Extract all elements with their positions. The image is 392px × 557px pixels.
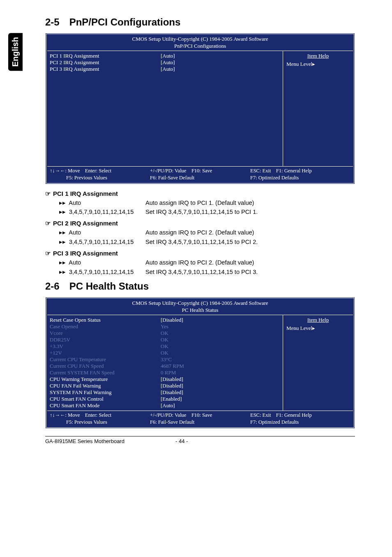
double-arrow-icon: ▸▸	[59, 259, 66, 266]
bios-subtitle: PC Health Status	[47, 307, 353, 314]
bios-setting-row[interactable]: Reset Case Open Status[Disabled]	[50, 317, 280, 323]
bios-setting-row[interactable]: SYSTEM FAN Fail Warning[Disabled]	[50, 389, 280, 396]
bios-setting-row[interactable]: DDR25VOK	[50, 337, 280, 343]
bios-setting-value: [Disabled]	[148, 376, 280, 383]
language-tab: English	[8, 33, 23, 71]
bios-setting-row[interactable]: Current CPU Temperature33°C	[50, 356, 280, 363]
bios-setting-value: OK	[148, 330, 280, 337]
bios-setting-value: [Auto]	[148, 402, 280, 409]
nav-esc: ESC: Exit	[250, 412, 271, 418]
bios-setting-row[interactable]: +12VOK	[50, 350, 280, 356]
bios-setting-row[interactable]: +3.3VOK	[50, 343, 280, 350]
bios-setting-value: Yes	[148, 323, 280, 330]
bios-setting-row[interactable]: Case OpenedYes	[50, 323, 280, 330]
bios-setting-row[interactable]: CPU FAN Fail Warning[Disabled]	[50, 383, 280, 389]
bios-setting-row[interactable]: VcoreOK	[50, 330, 280, 337]
bios-setting-label: PCI 2 IRQ Assignment	[50, 59, 148, 66]
option-heading: ☞PCI 3 IRQ Assignment	[45, 250, 355, 257]
option-row: ▸▸ 3,4,5,7,9,10,11,12,14,15Set IRQ 3,4,5…	[59, 267, 355, 276]
bios-setting-row[interactable]: CPU Smart FAN Mode[Auto]	[50, 402, 280, 409]
footer-product: GA-8I915ME Series Motherboard	[45, 438, 175, 444]
bios-help-pane: Item Help Menu Level▸	[283, 315, 353, 411]
hand-icon: ☞	[45, 250, 51, 257]
bios-setting-value: OK	[148, 343, 280, 350]
bios-subtitle: PnP/PCI Configurations	[47, 43, 353, 50]
option-heading-text: PCI 3 IRQ Assignment	[53, 250, 118, 257]
option-key: ▸▸ Auto	[59, 258, 145, 267]
hand-icon: ☞	[45, 190, 51, 197]
bios-setting-label: +12V	[50, 350, 148, 356]
bios-pnp-pci-box: CMOS Setup Utility-Copyright (C) 1984-20…	[45, 33, 355, 184]
double-arrow-icon: ▸▸	[59, 269, 66, 275]
footer-page-number: - 44 -	[175, 438, 225, 444]
bios-setting-label: PCI 3 IRQ Assignment	[50, 66, 148, 72]
double-arrow-icon: ▸▸	[59, 229, 66, 236]
bios-copyright: CMOS Setup Utility-Copyright (C) 1984-20…	[47, 300, 353, 307]
bios-setting-row[interactable]: CPU Smart FAN Control[Enabled]	[50, 396, 280, 402]
nav-f6: F6: Fail-Save Default	[150, 419, 250, 426]
bios-setting-value: OK	[148, 337, 280, 343]
option-description: Auto assign IRQ to PCI 2. (Default value…	[145, 228, 355, 237]
option-key: ▸▸ Auto	[59, 198, 145, 207]
bios-setting-label: Reset Case Open Status	[50, 317, 148, 323]
menu-level: Menu Level▸	[286, 325, 350, 332]
menu-arrow-icon: ▸	[312, 61, 315, 67]
bios-setting-row[interactable]: PCI 3 IRQ Assignment[Auto]	[50, 66, 280, 72]
option-row: ▸▸ 3,4,5,7,9,10,11,12,14,15Set IRQ 3,4,5…	[59, 207, 355, 216]
bios-setting-row[interactable]: Current CPU FAN Speed4687 RPM	[50, 363, 280, 369]
bios-setting-label: +3.3V	[50, 343, 148, 350]
bios-setting-row[interactable]: CPU Warning Temperature[Disabled]	[50, 376, 280, 383]
option-description: Set IRQ 3,4,5,7,9,10,11,12,14,15 to PCI …	[145, 237, 355, 246]
bios-footer: ↑↓→←: Move Enter: Select F5: Previous Va…	[47, 411, 353, 427]
bios-setting-label: CPU Smart FAN Control	[50, 396, 148, 402]
option-description: Set IRQ 3,4,5,7,9,10,11,12,14,15 to PCI …	[145, 207, 355, 216]
section-number: 2-5	[45, 16, 60, 28]
nav-enter: Enter: Select	[85, 168, 111, 174]
option-row: ▸▸ 3,4,5,7,9,10,11,12,14,15Set IRQ 3,4,5…	[59, 237, 355, 246]
double-arrow-icon: ▸▸	[59, 239, 66, 245]
bios-setting-value: OK	[148, 350, 280, 356]
bios-setting-label: CPU Smart FAN Mode	[50, 402, 148, 409]
bios-setting-value: [Auto]	[148, 66, 280, 72]
option-block: ☞PCI 2 IRQ Assignment▸▸ AutoAuto assign …	[45, 220, 355, 246]
bios-setting-label: Vcore	[50, 330, 148, 337]
menu-arrow-icon: ▸	[312, 325, 315, 331]
page-footer: GA-8I915ME Series Motherboard - 44 -	[45, 436, 355, 444]
bios-pc-health-box: CMOS Setup Utility-Copyright (C) 1984-20…	[45, 297, 355, 429]
option-block: ☞PCI 3 IRQ Assignment▸▸ AutoAuto assign …	[45, 250, 355, 276]
bios-setting-value: [Enabled]	[148, 396, 280, 402]
bios-setting-label: Case Opened	[50, 323, 148, 330]
option-row: ▸▸ AutoAuto assign IRQ to PCI 1. (Defaul…	[59, 198, 355, 207]
bios-setting-row[interactable]: Current SYSTEM FAN Speed0 RPM	[50, 369, 280, 376]
bios-setting-value: 0 RPM	[148, 369, 280, 376]
bios-setting-row[interactable]: PCI 1 IRQ Assignment[Auto]	[50, 53, 280, 59]
option-heading-text: PCI 1 IRQ Assignment	[53, 190, 118, 197]
bios-setting-label: Current CPU Temperature	[50, 356, 148, 363]
bios-setting-label: CPU Warning Temperature	[50, 376, 148, 383]
bios-setting-label: SYSTEM FAN Fail Warning	[50, 389, 148, 396]
nav-f5: F5: Previous Values	[50, 419, 150, 426]
option-description: Set IRQ 3,4,5,7,9,10,11,12,14,15 to PCI …	[145, 267, 355, 276]
bios-setting-value: 33°C	[148, 356, 280, 363]
option-block: ☞PCI 1 IRQ Assignment▸▸ AutoAuto assign …	[45, 190, 355, 217]
bios-setting-label: DDR25V	[50, 337, 148, 343]
bios-setting-label: Current CPU FAN Speed	[50, 363, 148, 369]
nav-value: +/-/PU/PD: Value	[150, 168, 186, 174]
nav-esc: ESC: Exit	[250, 168, 271, 174]
bios-setting-value: [Disabled]	[148, 383, 280, 389]
hand-icon: ☞	[45, 220, 51, 227]
bios-setting-value: [Disabled]	[148, 389, 280, 396]
nav-f10: F10: Save	[191, 168, 212, 174]
bios-setting-row[interactable]: PCI 2 IRQ Assignment[Auto]	[50, 59, 280, 66]
section-2-5-title: 2-5PnP/PCI Configurations	[45, 16, 355, 28]
bios-setting-label: PCI 1 IRQ Assignment	[50, 53, 148, 59]
nav-f6: F6: Fail-Save Default	[150, 174, 250, 181]
nav-value: +/-/PU/PD: Value	[150, 412, 186, 418]
nav-f1: F1: General Help	[276, 168, 312, 174]
option-description: Auto assign IRQ to PCI 1. (Default value…	[145, 198, 355, 207]
bios-header: CMOS Setup Utility-Copyright (C) 1984-20…	[47, 299, 353, 315]
bios-left-pane: Reset Case Open Status[Disabled]Case Ope…	[47, 315, 283, 411]
nav-f7: F7: Optimized Defaults	[250, 174, 350, 181]
nav-f10: F10: Save	[191, 412, 212, 418]
bios-setting-value: [Disabled]	[148, 317, 280, 323]
